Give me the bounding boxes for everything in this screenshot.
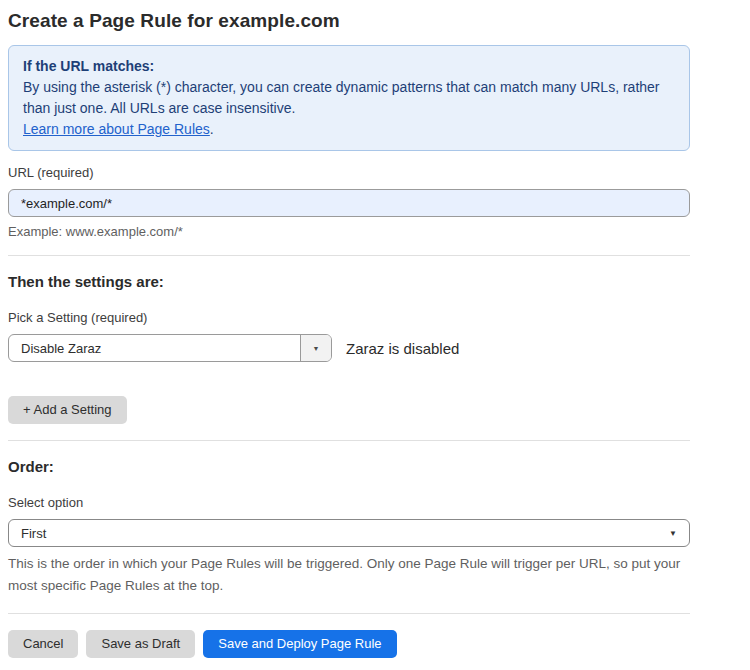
order-help-text: This is the order in which your Page Rul…: [8, 553, 690, 597]
add-setting-button[interactable]: + Add a Setting: [8, 396, 127, 424]
divider: [8, 613, 690, 614]
url-match-info-box: If the URL matches: By using the asteris…: [8, 45, 690, 151]
order-select-label: Select option: [8, 495, 690, 510]
cancel-button[interactable]: Cancel: [8, 630, 78, 658]
save-draft-button[interactable]: Save as Draft: [86, 630, 195, 658]
chevron-down-icon: ▼: [669, 529, 677, 538]
divider: [8, 440, 690, 441]
info-box-body: By using the asterisk (*) character, you…: [23, 77, 675, 119]
save-deploy-button[interactable]: Save and Deploy Page Rule: [203, 630, 396, 658]
setting-row: Disable Zaraz ▼ Zaraz is disabled: [8, 334, 690, 362]
chevron-down-icon[interactable]: ▼: [300, 335, 331, 361]
setting-dropdown[interactable]: Disable Zaraz ▼: [8, 334, 332, 362]
order-select-value: First: [21, 526, 46, 541]
learn-more-link[interactable]: Learn more about Page Rules: [23, 121, 210, 137]
page-title: Create a Page Rule for example.com: [8, 10, 690, 32]
settings-heading: Then the settings are:: [8, 273, 690, 290]
url-example: Example: www.example.com/*: [8, 224, 690, 239]
info-box-link-line: Learn more about Page Rules.: [23, 119, 675, 140]
divider: [8, 255, 690, 256]
form-actions: Cancel Save as Draft Save and Deploy Pag…: [8, 630, 690, 658]
order-heading: Order:: [8, 458, 690, 475]
setting-status-text: Zaraz is disabled: [346, 340, 459, 357]
link-suffix: .: [210, 121, 214, 137]
url-label: URL (required): [8, 165, 690, 180]
order-select[interactable]: First ▼: [8, 519, 690, 547]
page-rule-form: Create a Page Rule for example.com If th…: [0, 0, 750, 658]
url-input[interactable]: [8, 189, 690, 217]
setting-dropdown-value: Disable Zaraz: [9, 335, 300, 361]
info-box-heading: If the URL matches:: [23, 56, 675, 77]
setting-picker-label: Pick a Setting (required): [8, 310, 690, 325]
